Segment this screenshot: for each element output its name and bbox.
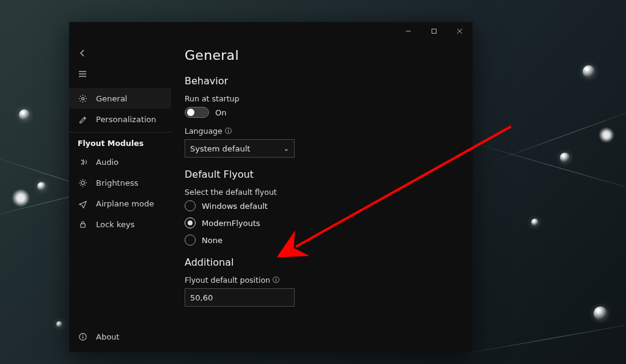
svg-rect-1 xyxy=(432,29,436,34)
combo-value: System default xyxy=(190,144,250,153)
svg-point-7 xyxy=(81,97,84,100)
sidebar-item-label: Audio xyxy=(96,158,119,167)
sidebar-item-audio[interactable]: Audio xyxy=(69,151,171,172)
label-flyout-position: Flyout default position ⓘ xyxy=(185,275,460,285)
gear-icon xyxy=(78,94,87,103)
radio-label: ModernFlyouts xyxy=(202,219,260,228)
sidebar-item-personalization[interactable]: Personalization xyxy=(69,109,171,129)
radio-label: None xyxy=(202,236,223,245)
input-flyout-position[interactable]: 50,60 xyxy=(185,288,295,307)
radio-none[interactable]: None xyxy=(185,235,460,246)
section-title-default-flyout: Default Flyout xyxy=(185,169,460,180)
info-icon xyxy=(78,332,87,341)
label-select-default-flyout: Select the default flyout xyxy=(185,187,460,197)
sidebar: General Personalization Flyout Modules A… xyxy=(69,40,171,352)
radio-label: Windows default xyxy=(202,202,268,211)
input-value: 50,60 xyxy=(190,293,213,302)
toggle-run-at-startup[interactable] xyxy=(185,107,209,118)
nav-divider xyxy=(69,132,171,133)
label-run-at-startup: Run at startup xyxy=(185,94,460,103)
info-icon[interactable]: ⓘ xyxy=(273,275,279,285)
sidebar-item-label: General xyxy=(96,94,127,103)
back-button[interactable] xyxy=(69,43,171,64)
radio-windows-default[interactable]: Windows default xyxy=(185,200,460,211)
page-title: General xyxy=(185,48,460,63)
radio-group-default-flyout: Windows default ModernFlyouts None xyxy=(185,200,460,246)
airplane-icon xyxy=(78,199,87,208)
hamburger-button[interactable] xyxy=(69,64,171,84)
sidebar-item-general[interactable]: General xyxy=(69,88,171,109)
lock-icon xyxy=(78,220,87,229)
section-title-additional: Additional xyxy=(185,257,460,268)
content-panel: General Behavior Run at startup On Langu… xyxy=(171,40,473,352)
sun-icon xyxy=(78,178,87,187)
info-icon[interactable]: ⓘ xyxy=(225,126,232,136)
sidebar-item-label: Personalization xyxy=(96,115,156,124)
close-button[interactable] xyxy=(447,22,473,40)
chevron-down-icon: ⌄ xyxy=(284,145,289,153)
label-language: Language ⓘ xyxy=(185,126,460,136)
sidebar-item-label: Lock keys xyxy=(96,220,134,229)
svg-point-8 xyxy=(81,181,84,184)
audio-icon xyxy=(78,158,87,167)
sidebar-item-label: About xyxy=(96,332,119,341)
sidebar-item-lockkeys[interactable]: Lock keys xyxy=(69,214,171,235)
svg-point-12 xyxy=(82,334,83,335)
sidebar-item-label: Airplane mode xyxy=(96,199,154,208)
sidebar-item-about[interactable]: About xyxy=(69,326,171,347)
toggle-state-text: On xyxy=(215,108,226,117)
settings-window: General Personalization Flyout Modules A… xyxy=(69,22,473,352)
titlebar[interactable] xyxy=(69,22,473,40)
section-title-behavior: Behavior xyxy=(185,75,460,87)
nav-header-modules: Flyout Modules xyxy=(69,139,171,151)
combo-language[interactable]: System default ⌄ xyxy=(185,139,295,158)
maximize-button[interactable] xyxy=(421,22,447,40)
radio-modernflyouts[interactable]: ModernFlyouts xyxy=(185,217,460,228)
sidebar-item-airplane[interactable]: Airplane mode xyxy=(69,193,171,214)
svg-rect-9 xyxy=(80,224,85,227)
sidebar-item-label: Brightness xyxy=(96,178,138,187)
brush-icon xyxy=(78,115,87,124)
sidebar-item-brightness[interactable]: Brightness xyxy=(69,172,171,193)
minimize-button[interactable] xyxy=(396,22,421,40)
